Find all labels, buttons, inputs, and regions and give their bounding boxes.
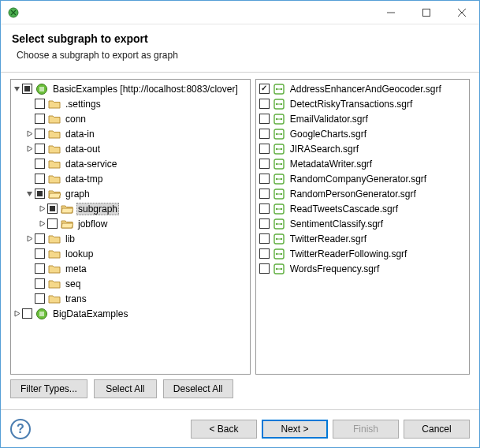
chevron-right-icon[interactable] (24, 235, 35, 242)
tree-item-label: jobflow (76, 218, 109, 230)
svg-point-30 (276, 162, 277, 164)
folder-icon (48, 114, 61, 125)
dialog-window: Select subgraph to export Choose a subgr… (0, 0, 480, 448)
chevron-down-icon[interactable] (24, 190, 35, 197)
file-item[interactable]: JIRASearch.sgrf (256, 141, 469, 156)
tree-item-label: lookup (64, 248, 95, 259)
tree-item-folder[interactable]: lookup (11, 246, 250, 261)
checkbox[interactable] (259, 203, 270, 214)
checkbox[interactable] (35, 114, 45, 124)
checkbox[interactable] (259, 218, 270, 229)
chevron-right-icon[interactable] (36, 220, 47, 227)
minimize-button[interactable] (373, 1, 408, 24)
checkbox[interactable] (35, 174, 45, 184)
dialog-footer: ? < Back Next > Finish Cancel (1, 409, 479, 447)
checkbox[interactable] (259, 129, 270, 139)
checkbox[interactable] (259, 174, 270, 184)
checkbox[interactable] (259, 144, 270, 154)
file-item[interactable]: RandomPersonGenerator.sgrf (256, 186, 469, 201)
filter-types-button[interactable]: Filter Types... (10, 379, 87, 398)
tree-item-folder[interactable]: graph (11, 186, 250, 201)
checkbox[interactable] (259, 248, 270, 259)
svg-point-39 (281, 192, 282, 194)
file-item[interactable]: MetadataWriter.sgrf (256, 156, 469, 171)
chevron-right-icon[interactable] (24, 145, 35, 152)
file-item[interactable]: WordsFrequency.sgrf (256, 261, 469, 276)
maximize-button[interactable] (408, 1, 444, 24)
file-item[interactable]: GoogleCharts.sgrf (256, 126, 469, 141)
close-button[interactable] (444, 1, 479, 24)
tree-item-folder[interactable]: data-service (11, 156, 250, 171)
file-item[interactable]: ReadTweetsCascade.sgrf (256, 201, 469, 216)
checkbox[interactable] (35, 278, 45, 289)
file-item-label: EmailValidator.sgrf (288, 114, 370, 125)
tree-item-folder[interactable]: data-out (11, 141, 250, 156)
checkbox[interactable] (35, 99, 45, 109)
checkbox[interactable] (259, 189, 270, 199)
project-icon (35, 308, 48, 320)
checkbox[interactable] (22, 308, 32, 319)
folder-open-icon (48, 189, 61, 200)
subgraph-file-icon (273, 263, 285, 274)
tree-item-folder[interactable]: lib (11, 231, 250, 246)
file-item[interactable]: DetectRiskyTransactions.sgrf (256, 96, 469, 111)
subgraph-file-icon (273, 114, 285, 125)
back-button[interactable]: < Back (191, 420, 257, 439)
svg-point-23 (281, 133, 282, 134)
checkbox[interactable] (35, 248, 45, 259)
file-panel[interactable]: AddressEnhancerAndGeocoder.sgrfDetectRis… (255, 79, 470, 375)
checkbox[interactable] (22, 84, 32, 94)
checkbox[interactable] (35, 263, 45, 274)
checkbox[interactable] (259, 84, 270, 94)
tree-item-label: data-in (64, 129, 96, 140)
folder-open-icon (61, 218, 73, 230)
chevron-down-icon[interactable] (11, 85, 22, 92)
svg-point-35 (281, 177, 282, 179)
checkbox[interactable] (35, 159, 45, 169)
file-item-label: TwitterReader.sgrf (288, 233, 368, 245)
folder-icon (48, 144, 61, 155)
file-item[interactable]: TwitterReaderFollowing.sgrf (256, 246, 469, 261)
checkbox[interactable] (259, 99, 270, 109)
checkbox[interactable] (259, 114, 270, 124)
chevron-right-icon[interactable] (11, 310, 22, 317)
checkbox[interactable] (259, 159, 270, 169)
checkbox[interactable] (47, 218, 58, 229)
chevron-right-icon[interactable] (36, 205, 47, 212)
file-item[interactable]: AddressEnhancerAndGeocoder.sgrf (256, 81, 469, 96)
checkbox[interactable] (35, 189, 45, 199)
tree-item-folder[interactable]: jobflow (11, 216, 250, 231)
checkbox[interactable] (47, 203, 58, 214)
tree-item-folder[interactable]: subgraph (11, 201, 250, 216)
help-button[interactable]: ? (10, 419, 31, 439)
file-item[interactable]: RandomCompanyGenerator.sgrf (256, 171, 469, 186)
tree-item-folder[interactable]: meta (11, 261, 250, 276)
checkbox[interactable] (259, 233, 270, 244)
deselect-all-button[interactable]: Deselect All (163, 379, 233, 398)
checkbox[interactable] (35, 129, 45, 139)
checkbox[interactable] (35, 144, 45, 154)
subgraph-file-icon (273, 99, 285, 110)
tree-item-label: seq (64, 278, 82, 289)
svg-point-58 (276, 267, 277, 269)
tree-item-folder[interactable]: conn (11, 111, 250, 126)
file-item[interactable]: TwitterReader.sgrf (256, 231, 469, 246)
next-button[interactable]: Next > (262, 420, 328, 439)
tree-item-folder[interactable]: seq (11, 276, 250, 291)
tree-item-folder[interactable]: trans (11, 291, 250, 306)
tree-item-folder[interactable]: data-in (11, 126, 250, 141)
tree-item-folder[interactable]: .settings (11, 96, 250, 111)
subgraph-file-icon (273, 174, 285, 185)
tree-panel[interactable]: BasicExamples [http://localhost:8083/clo… (10, 79, 251, 375)
chevron-right-icon[interactable] (24, 130, 35, 137)
file-item[interactable]: SentimentClassify.sgrf (256, 216, 469, 231)
tree-item-project[interactable]: BasicExamples [http://localhost:8083/clo… (11, 81, 250, 96)
tree-item-project[interactable]: BigDataExamples (11, 306, 250, 321)
checkbox[interactable] (35, 233, 45, 244)
checkbox[interactable] (259, 263, 270, 274)
tree-item-folder[interactable]: data-tmp (11, 171, 250, 186)
file-item[interactable]: EmailValidator.sgrf (256, 111, 469, 126)
select-all-button[interactable]: Select All (94, 379, 157, 398)
cancel-button[interactable]: Cancel (404, 420, 470, 439)
checkbox[interactable] (35, 293, 45, 304)
